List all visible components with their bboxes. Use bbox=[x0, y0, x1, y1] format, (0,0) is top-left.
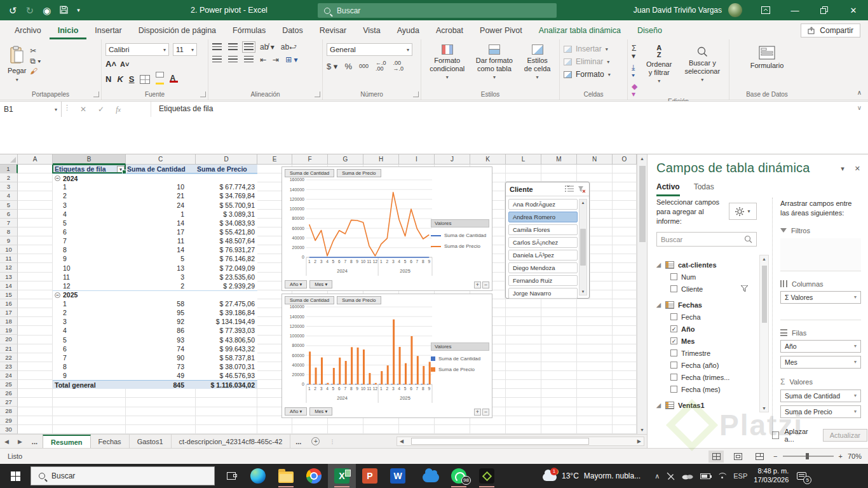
pivot-row[interactable]: 674$ 99.643,32 bbox=[53, 344, 257, 353]
slicer-item[interactable]: Carlos SÃ¡nchez bbox=[508, 237, 578, 248]
row-header-20[interactable]: 20 bbox=[0, 335, 18, 344]
user-name[interactable]: Juan David Triviño Vargas bbox=[634, 6, 722, 15]
font-color-icon[interactable]: A bbox=[170, 76, 178, 83]
chart-zoom-in-button[interactable]: + bbox=[474, 409, 481, 416]
pen-disabled-icon[interactable] bbox=[667, 472, 675, 480]
column-header-K[interactable]: K bbox=[470, 154, 506, 165]
insert-cells-button[interactable]: Insertar▾ bbox=[564, 44, 608, 53]
pivot-label-cell[interactable]: 3 bbox=[53, 317, 126, 326]
pivot-row[interactable]: 814$ 76.931,27 bbox=[53, 245, 257, 254]
wifi-icon[interactable] bbox=[717, 473, 726, 479]
pivot-cantidad-cell[interactable]: 1 bbox=[126, 210, 196, 219]
increase-decimal-icon[interactable]: ←.0.00 bbox=[376, 60, 386, 72]
pivot-chart-line[interactable]: Suma de CantidadSuma de Precio 020000400… bbox=[281, 166, 492, 291]
vertical-scrollbar[interactable]: ▲▼ bbox=[637, 154, 647, 434]
start-button[interactable] bbox=[0, 464, 31, 488]
chart-field-button[interactable]: Suma de Precio bbox=[337, 296, 381, 304]
pivot-cantidad-cell[interactable]: 845 bbox=[126, 381, 196, 389]
slicer-item[interactable]: Diego Mendoza bbox=[508, 262, 578, 273]
delete-cells-button[interactable]: Eliminar▾ bbox=[564, 57, 609, 66]
ribbon-tab-diseño[interactable]: Diseño bbox=[629, 23, 670, 39]
pivot-precio-cell[interactable]: $ 43.806,50 bbox=[196, 336, 257, 344]
pivot-precio-cell[interactable]: $ 48.507,64 bbox=[196, 236, 257, 245]
taskbar-search-box[interactable]: Buscar bbox=[31, 466, 215, 485]
restore-button[interactable] bbox=[810, 0, 839, 20]
fields-table-Fechas[interactable]: ◢Fechas bbox=[656, 299, 757, 311]
row-header-15[interactable]: 15 bbox=[0, 290, 18, 299]
ribbon-tab-acrobat[interactable]: Acrobat bbox=[428, 23, 471, 39]
pivot-row[interactable]: 949$ 46.576,93 bbox=[53, 371, 257, 380]
page-layout-view-icon[interactable] bbox=[730, 451, 745, 463]
row-header-6[interactable]: 6 bbox=[0, 210, 18, 219]
tab-activo[interactable]: Activo bbox=[656, 182, 680, 196]
font-size-combo[interactable]: 11▾ bbox=[173, 43, 197, 56]
slicer-scrollbar[interactable]: ▲▼ bbox=[579, 199, 587, 295]
column-header-C[interactable]: C bbox=[126, 154, 196, 165]
bold-button[interactable]: N bbox=[105, 74, 111, 84]
row-header-21[interactable]: 21 bbox=[0, 344, 18, 353]
row-header-3[interactable]: 3 bbox=[0, 182, 18, 191]
row-header-7[interactable]: 7 bbox=[0, 219, 18, 227]
horizontal-scrollbar[interactable]: ◀▶ bbox=[397, 437, 644, 446]
pivot-row[interactable]: 122$ 2.939,29 bbox=[53, 281, 257, 290]
dropdown-icon[interactable]: ▾ bbox=[854, 294, 857, 300]
chart-legend-title[interactable]: Valores bbox=[431, 342, 489, 351]
fields-table-cat-clientes[interactable]: ◢cat-clientes bbox=[656, 259, 757, 271]
column-header-A[interactable]: A bbox=[18, 154, 53, 165]
field-row-Trimestre[interactable]: Trimestre bbox=[656, 347, 757, 359]
taskbar-weather[interactable]: 1 13°C Mayorm. nubla... bbox=[536, 464, 647, 488]
align-right-icon[interactable] bbox=[244, 56, 254, 64]
pivot-row[interactable]: 295$ 39.186,84 bbox=[53, 308, 257, 317]
conditional-formatting-button[interactable]: Formato condicional▾ bbox=[425, 43, 470, 81]
pivot-row[interactable]: 790$ 58.737,81 bbox=[53, 353, 257, 362]
column-header-J[interactable]: J bbox=[435, 154, 470, 165]
column-header-L[interactable]: L bbox=[506, 154, 541, 165]
select-all-corner[interactable] bbox=[0, 154, 18, 165]
field-row-Fecha (trimes...[interactable]: Fecha (trimes... bbox=[656, 371, 757, 383]
battery-icon[interactable] bbox=[700, 473, 710, 479]
namebox-splitter[interactable]: ⋮ bbox=[64, 104, 71, 112]
pivot-label-cell[interactable]: 9 bbox=[53, 254, 126, 263]
redo-icon[interactable]: ↻ bbox=[26, 6, 34, 15]
pivot-row[interactable]: Total general845$ 1.116.034,02 bbox=[53, 380, 257, 389]
field-filter-icon[interactable] bbox=[741, 285, 748, 293]
taskbar-app-onedrive[interactable] bbox=[417, 464, 445, 488]
area-filas-item[interactable]: Mes▾ bbox=[780, 356, 861, 369]
pivot-cantidad-cell[interactable]: 14 bbox=[126, 245, 196, 254]
number-format-combo[interactable]: General▾ bbox=[327, 43, 412, 56]
sheet-tab-Resumen[interactable]: Resumen bbox=[43, 435, 91, 448]
ribbon-display-options-icon[interactable] bbox=[751, 0, 780, 20]
pivot-label-cell[interactable]: 2 bbox=[53, 191, 126, 200]
pivot-row[interactable]: 617$ 55.421,80 bbox=[53, 227, 257, 236]
pivot-label-cell[interactable]: 3 bbox=[53, 201, 126, 210]
dropdown-icon[interactable]: ▾ bbox=[854, 343, 857, 349]
taskbar-app-powerpoint[interactable]: P bbox=[356, 464, 384, 488]
pivot-row[interactable]: 158$ 27.475,06 bbox=[53, 299, 257, 308]
pivot-cantidad-cell[interactable]: 86 bbox=[126, 326, 196, 335]
area-filtros-dropzone[interactable] bbox=[780, 238, 861, 271]
sort-filter-button[interactable]: AZ Ordenar y filtrar▾ bbox=[641, 43, 677, 85]
office-search-box[interactable]: Buscar bbox=[318, 3, 557, 18]
align-center-icon[interactable] bbox=[228, 56, 238, 64]
pivot-row[interactable]: 1013$ 72.049,09 bbox=[53, 263, 257, 272]
pivot-label-cell[interactable]: 1 bbox=[53, 182, 126, 191]
name-box[interactable]: B1▾ bbox=[0, 102, 62, 117]
pivot-row[interactable]: 593$ 43.806,50 bbox=[53, 336, 257, 344]
slicer-item[interactable]: Camila Flores bbox=[508, 224, 578, 235]
pivot-row[interactable]: 514$ 34.083,93 bbox=[53, 219, 257, 227]
taskbar-app-edge[interactable] bbox=[244, 464, 272, 488]
row-header-29[interactable]: 29 bbox=[0, 416, 18, 425]
ribbon-tab-disposición-de-página[interactable]: Disposición de página bbox=[130, 23, 224, 39]
pivot-cantidad-cell[interactable]: 21 bbox=[126, 191, 196, 200]
pivot-label-cell[interactable]: 2 bbox=[53, 308, 126, 317]
pivot-precio-cell[interactable]: $ 134.194,49 bbox=[196, 317, 257, 326]
update-button[interactable]: Actualizar bbox=[823, 429, 867, 442]
dialog-launcher-icon[interactable] bbox=[315, 92, 320, 97]
sheet-content[interactable]: Etiquetas de fila▾Suma de CantidadSuma d… bbox=[18, 165, 637, 434]
pivot-row[interactable]: 113$ 23.535,60 bbox=[53, 273, 257, 281]
field-checkbox[interactable]: ✓ bbox=[670, 337, 677, 344]
taskbar-clock[interactable]: 8:48 p. m. 17/03/2026 bbox=[754, 467, 789, 485]
merge-center-icon[interactable]: ⊞ ▾ bbox=[285, 56, 297, 64]
column-header-D[interactable]: D bbox=[196, 154, 257, 165]
chart-field-button[interactable]: Suma de Cantidad bbox=[285, 296, 334, 304]
